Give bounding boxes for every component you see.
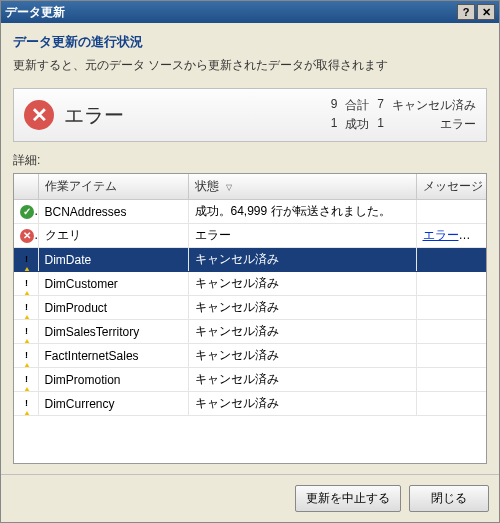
table-row[interactable]: DimPromotionキャンセル済み	[14, 368, 486, 392]
row-message-cell	[416, 392, 486, 416]
row-item-cell: DimPromotion	[38, 368, 188, 392]
table-row[interactable]: ✓BCNAddresses成功。64,999 行が転送されました。	[14, 200, 486, 224]
row-item-cell: DimProduct	[38, 296, 188, 320]
row-item-cell: クエリ	[38, 224, 188, 248]
warning-icon	[20, 277, 34, 296]
row-message-cell	[416, 272, 486, 296]
row-status-cell: キャンセル済み	[188, 248, 416, 272]
row-icon-cell	[14, 368, 38, 392]
table-row[interactable]: DimCurrencyキャンセル済み	[14, 392, 486, 416]
total-count: 9	[331, 97, 338, 114]
error-details-link[interactable]: エラーの詳細	[423, 228, 487, 242]
row-icon-cell	[14, 392, 38, 416]
total-label: 合計	[345, 97, 369, 114]
dialog-window: データ更新 ? ✕ データ更新の進行状況 更新すると、元のデータ ソースから更新…	[0, 0, 500, 523]
row-status-cell: キャンセル済み	[188, 344, 416, 368]
warning-icon	[20, 349, 34, 368]
row-message-cell	[416, 368, 486, 392]
table-body: ✓BCNAddresses成功。64,999 行が転送されました。✕クエリエラー…	[14, 200, 486, 416]
row-status-cell: キャンセル済み	[188, 392, 416, 416]
col-icon-header[interactable]	[14, 174, 38, 200]
row-status-cell: キャンセル済み	[188, 368, 416, 392]
stop-refresh-button[interactable]: 更新を中止する	[295, 485, 401, 512]
status-title: エラー	[64, 102, 124, 129]
warning-icon	[20, 397, 34, 416]
row-status-cell: キャンセル済み	[188, 272, 416, 296]
close-button[interactable]: 閉じる	[409, 485, 489, 512]
row-icon-cell	[14, 320, 38, 344]
button-bar: 更新を中止する 閉じる	[1, 474, 499, 522]
sort-indicator-icon: ▽	[226, 183, 232, 192]
row-message-cell	[416, 200, 486, 224]
success-icon: ✓	[20, 205, 34, 219]
table-row[interactable]: ✕クエリエラーエラーの詳細	[14, 224, 486, 248]
col-message-header[interactable]: メッセージ	[416, 174, 486, 200]
row-message-cell	[416, 344, 486, 368]
dialog-body: データ更新の進行状況 更新すると、元のデータ ソースから更新されたデータが取得さ…	[1, 23, 499, 474]
row-status-cell: 成功。64,999 行が転送されました。	[188, 200, 416, 224]
row-status-cell: キャンセル済み	[188, 320, 416, 344]
row-icon-cell	[14, 248, 38, 272]
warning-icon	[20, 253, 34, 272]
row-item-cell: DimCurrency	[38, 392, 188, 416]
cancel-label: キャンセル済み	[392, 97, 476, 114]
window-title: データ更新	[5, 4, 65, 21]
warning-icon	[20, 325, 34, 344]
table-row[interactable]: FactInternetSalesキャンセル済み	[14, 344, 486, 368]
row-item-cell: DimSalesTerritory	[38, 320, 188, 344]
warning-icon	[20, 373, 34, 392]
row-item-cell: DimCustomer	[38, 272, 188, 296]
table-row[interactable]: DimSalesTerritoryキャンセル済み	[14, 320, 486, 344]
details-label: 詳細:	[13, 152, 487, 169]
row-item-cell: DimDate	[38, 248, 188, 272]
page-subtext: 更新すると、元のデータ ソースから更新されたデータが取得されます	[13, 57, 487, 74]
row-icon-cell: ✕	[14, 224, 38, 248]
table-row[interactable]: DimCustomerキャンセル済み	[14, 272, 486, 296]
warning-icon	[20, 301, 34, 320]
row-message-cell	[416, 248, 486, 272]
error-label: エラー	[392, 116, 476, 133]
row-message-cell	[416, 296, 486, 320]
success-count: 1	[331, 116, 338, 133]
row-icon-cell	[14, 272, 38, 296]
close-window-button[interactable]: ✕	[477, 4, 495, 20]
row-status-cell: キャンセル済み	[188, 296, 416, 320]
row-icon-cell	[14, 344, 38, 368]
error-icon: ✕	[24, 100, 54, 130]
row-message-cell: エラーの詳細	[416, 224, 486, 248]
success-label: 成功	[345, 116, 369, 133]
cancel-count: 7	[377, 97, 384, 114]
status-panel: ✕ エラー 9 合計 7 キャンセル済み 1 成功 1 エラー	[13, 88, 487, 142]
col-status-header[interactable]: 状態 ▽	[188, 174, 416, 200]
error-icon: ✕	[20, 229, 34, 243]
table-row[interactable]: DimProductキャンセル済み	[14, 296, 486, 320]
col-item-header[interactable]: 作業アイテム	[38, 174, 188, 200]
row-item-cell: FactInternetSales	[38, 344, 188, 368]
error-count: 1	[377, 116, 384, 133]
title-bar: データ更新 ? ✕	[1, 1, 499, 23]
page-heading: データ更新の進行状況	[13, 33, 487, 51]
table-header-row: 作業アイテム 状態 ▽ メッセージ	[14, 174, 486, 200]
table-row[interactable]: DimDateキャンセル済み	[14, 248, 486, 272]
help-button[interactable]: ?	[457, 4, 475, 20]
row-icon-cell	[14, 296, 38, 320]
row-status-cell: エラー	[188, 224, 416, 248]
row-item-cell: BCNAddresses	[38, 200, 188, 224]
details-table: 作業アイテム 状態 ▽ メッセージ ✓BCNAddresses成功。64,999…	[13, 173, 487, 464]
row-message-cell	[416, 320, 486, 344]
row-icon-cell: ✓	[14, 200, 38, 224]
status-counts: 9 合計 7 キャンセル済み 1 成功 1 エラー	[331, 97, 476, 133]
